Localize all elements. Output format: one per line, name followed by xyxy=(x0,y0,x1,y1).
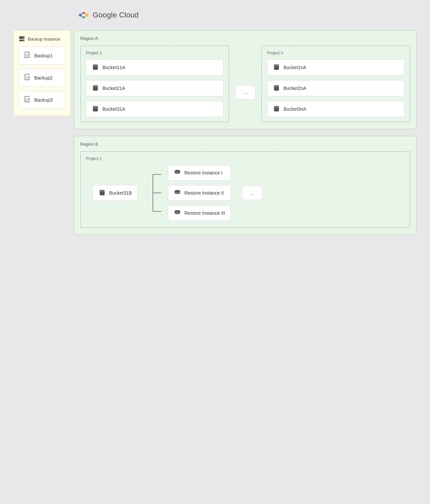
region-b-project-label: Project 1 xyxy=(86,156,404,161)
project1-label: Project 1 xyxy=(86,51,223,55)
backup3-item: Backup3 xyxy=(18,91,66,109)
bucket-icon xyxy=(92,105,99,113)
db-icon xyxy=(174,190,181,196)
svg-point-40 xyxy=(175,172,180,174)
main-container: Backup Instance Backup1 Backup2 xyxy=(13,10,417,235)
backup-panel: Backup Instance Backup1 Backup2 xyxy=(13,30,71,116)
restore-instances-list: Restore Instance I Restore Instance II xyxy=(168,165,231,221)
bucket21a-item: Bucket21A xyxy=(86,80,223,96)
restore-instance-1: Restore Instance I xyxy=(168,165,231,181)
backup1-item: Backup1 xyxy=(18,47,66,65)
google-cloud-header: Google Cloud xyxy=(74,10,417,23)
region-a-inner: Project 1 Bucket11A xyxy=(80,46,410,122)
cloud-area: Google Cloud Region A Project 1 xyxy=(71,10,417,235)
bucket-icon xyxy=(273,64,280,71)
region-a-label: Region A xyxy=(80,36,410,41)
backup-instance-icon xyxy=(18,36,25,42)
bucket-icon xyxy=(92,85,99,92)
region-b-label: Region B xyxy=(80,142,410,147)
projectn-bucket-list: Bucket1nA Bucket2nA xyxy=(267,59,404,117)
bucket3na-item: Bucket3nA xyxy=(267,101,404,117)
ellipsis-middle: .... xyxy=(235,85,255,99)
bucket31b-item: Bucket31B xyxy=(93,185,138,201)
svg-point-42 xyxy=(175,192,180,194)
bucket11a-item: Bucket11A xyxy=(86,59,223,75)
db-icon xyxy=(174,210,181,216)
project1-bucket-list: Bucket11A Bucket21A xyxy=(86,59,223,117)
bucket-icon xyxy=(273,105,280,113)
svg-point-44 xyxy=(175,212,180,214)
bucket31a-item: Bucket31A xyxy=(86,101,223,117)
svg-point-23 xyxy=(79,14,82,16)
project1-box: Project 1 Bucket11A xyxy=(80,46,229,122)
svg-point-5 xyxy=(23,37,24,38)
backup-panel-title: Backup Instance xyxy=(18,36,66,42)
svg-point-25 xyxy=(86,14,88,16)
region-a-box: Region A Project 1 xyxy=(74,30,417,129)
region-b-project: Project 1 Bucket31B xyxy=(80,151,410,228)
bucket1na-item: Bucket1nA xyxy=(267,59,404,75)
restore-ellipsis: .... xyxy=(242,186,262,200)
db-icon xyxy=(174,169,181,176)
bucket-icon xyxy=(98,189,106,197)
region-b-box: Region B Project 1 Bucket31B xyxy=(74,136,417,235)
svg-point-6 xyxy=(23,40,24,41)
doc-icon xyxy=(24,96,31,104)
svg-point-27 xyxy=(82,13,85,17)
bucket-icon xyxy=(273,85,280,92)
bucket2na-item: Bucket2nA xyxy=(267,80,404,96)
restore-connector xyxy=(151,166,161,220)
doc-icon xyxy=(24,74,31,82)
bucket31b-wrapper: Bucket31B xyxy=(93,185,144,201)
google-cloud-logo xyxy=(77,10,90,20)
bucket-icon xyxy=(92,64,99,71)
restore-instance-2: Restore Instance II xyxy=(168,185,231,201)
doc-icon xyxy=(24,52,31,60)
projectn-box: Project n Bucket1nA xyxy=(261,46,410,122)
restore-instance-3: Restore Instance III xyxy=(168,205,231,221)
backup2-item: Backup2 xyxy=(18,69,66,87)
region-b-content: Bucket31B xyxy=(86,165,404,221)
google-cloud-text: Google Cloud xyxy=(93,11,139,19)
ellipsis-col: .... xyxy=(235,46,255,122)
projectn-label: Project n xyxy=(267,51,404,55)
